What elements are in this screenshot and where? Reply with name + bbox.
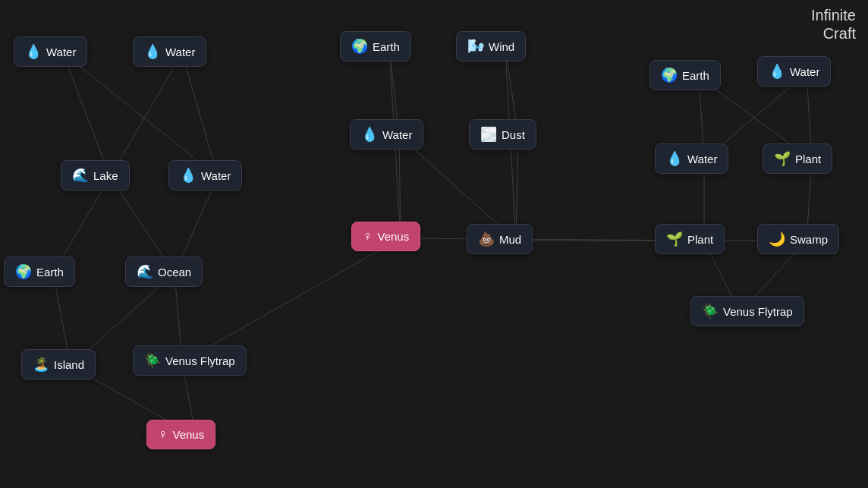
node-label-earth2: Earth <box>36 266 64 279</box>
node-earth2[interactable]: 🌍Earth <box>4 257 75 287</box>
node-label-ocean1: Ocean <box>158 266 191 279</box>
node-earth3[interactable]: 🌍Earth <box>649 60 721 90</box>
node-label-vflytrap1: Venus Flytrap <box>165 354 235 367</box>
node-water6[interactable]: 💧Water <box>655 143 728 174</box>
node-label-mud1: Mud <box>499 233 521 246</box>
node-label-water4: Water <box>382 128 412 141</box>
node-label-water2: Water <box>165 46 195 58</box>
node-plant2[interactable]: 🌱Plant <box>655 224 725 254</box>
node-dust1[interactable]: 🌫️Dust <box>469 119 536 150</box>
node-label-venus1: Venus <box>378 230 410 243</box>
node-island1[interactable]: 🏝️Island <box>21 349 96 379</box>
node-ocean1[interactable]: 🌊Ocean <box>125 257 203 287</box>
node-water3[interactable]: 💧Water <box>168 160 242 190</box>
node-label-water6: Water <box>687 153 717 165</box>
node-label-vflytrap2: Venus Flytrap <box>723 305 793 318</box>
node-vflytrap1[interactable]: 🪲Venus Flytrap <box>133 345 247 376</box>
node-emoji-plant2: 🌱 <box>666 231 683 247</box>
node-emoji-water6: 💧 <box>666 150 683 167</box>
connection-water1-water3 <box>63 53 218 177</box>
node-emoji-water4: 💧 <box>361 126 378 143</box>
node-venus2[interactable]: ♀Venus <box>146 420 215 449</box>
node-label-earth3: Earth <box>682 69 709 82</box>
node-water5[interactable]: 💧Water <box>757 56 831 87</box>
node-swamp1[interactable]: 🌙Swamp <box>757 224 839 254</box>
node-label-earth1: Earth <box>373 40 400 53</box>
node-label-lake1: Lake <box>93 169 118 182</box>
node-water2[interactable]: 💧Water <box>133 36 206 67</box>
node-emoji-dust1: 🌫️ <box>480 126 497 143</box>
node-label-water5: Water <box>790 65 819 78</box>
node-emoji-island1: 🏝️ <box>33 356 49 373</box>
node-emoji-vflytrap2: 🪲 <box>702 303 719 320</box>
node-emoji-earth3: 🌍 <box>661 67 678 83</box>
node-emoji-water1: 💧 <box>25 43 42 60</box>
node-emoji-swamp1: 🌙 <box>769 231 785 247</box>
node-emoji-water5: 💧 <box>769 63 785 80</box>
node-label-dust1: Dust <box>502 128 525 141</box>
node-label-plant1: Plant <box>795 153 821 165</box>
node-lake1[interactable]: 🌊Lake <box>61 160 130 190</box>
node-wind1[interactable]: 🌬️Wind <box>456 31 526 61</box>
node-vflytrap2[interactable]: 🪲Venus Flytrap <box>690 296 804 326</box>
node-label-swamp1: Swamp <box>790 233 828 246</box>
connection-water2-water3 <box>182 53 218 177</box>
node-emoji-earth2: 🌍 <box>15 263 32 280</box>
node-emoji-plant1: 🌱 <box>774 150 791 167</box>
node-label-island1: Island <box>54 358 84 371</box>
node-water1[interactable]: 💧Water <box>14 36 87 67</box>
connection-water2-lake1 <box>110 53 182 177</box>
node-venus1[interactable]: ♀Venus <box>351 222 420 251</box>
connections-svg <box>0 0 868 488</box>
node-emoji-earth1: 🌍 <box>351 38 368 55</box>
node-label-water3: Water <box>201 169 231 182</box>
node-label-wind1: Wind <box>489 40 514 53</box>
node-emoji-mud1: 💩 <box>478 231 495 247</box>
node-emoji-water2: 💧 <box>144 43 161 60</box>
node-water4[interactable]: 💧Water <box>350 119 423 150</box>
connection-water1-lake1 <box>63 53 110 177</box>
node-emoji-ocean1: 🌊 <box>137 263 153 280</box>
node-emoji-venus1: ♀ <box>363 228 373 244</box>
node-emoji-wind1: 🌬️ <box>467 38 484 55</box>
connection-venus1-vflytrap1 <box>182 238 401 362</box>
node-mud1[interactable]: 💩Mud <box>467 224 533 254</box>
node-emoji-lake1: 🌊 <box>72 167 89 184</box>
node-label-water1: Water <box>46 46 76 58</box>
node-plant1[interactable]: 🌱Plant <box>763 143 832 174</box>
logo-infinite: Infinite Craft <box>811 6 856 43</box>
node-earth1[interactable]: 🌍Earth <box>340 31 411 61</box>
node-emoji-vflytrap1: 🪲 <box>144 352 161 369</box>
node-emoji-water3: 💧 <box>180 167 197 184</box>
node-label-venus2: Venus <box>173 428 205 441</box>
node-label-plant2: Plant <box>687 233 713 246</box>
node-emoji-venus2: ♀ <box>158 427 168 442</box>
